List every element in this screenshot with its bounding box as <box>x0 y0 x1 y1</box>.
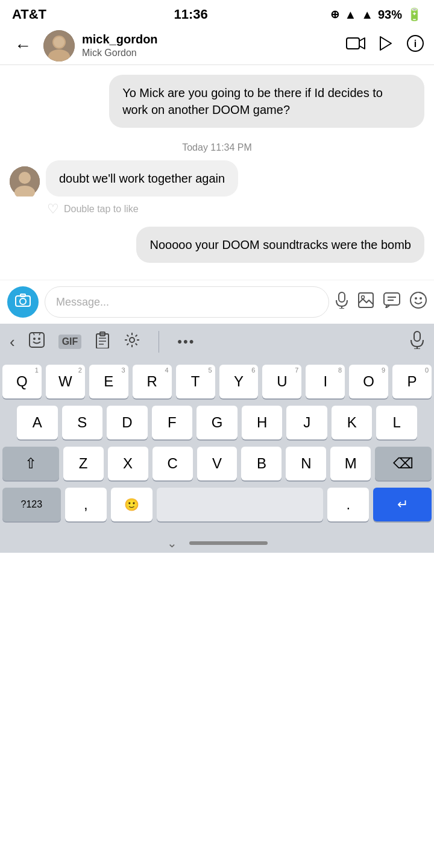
keyboard-row-4: ?123 , 🙂 . ↵ <box>2 488 432 521</box>
key-shift[interactable]: ⇧ <box>2 447 59 480</box>
user-info: mick_gordon Mick Gordon <box>82 33 339 58</box>
nav-action-icons: i <box>346 34 424 57</box>
input-action-icons <box>335 292 427 312</box>
svg-text:i: i <box>414 39 417 49</box>
toolbar-divider <box>159 331 159 353</box>
message-placeholder: Message... <box>56 296 318 309</box>
message-input-wrap[interactable]: Message... <box>45 286 329 318</box>
key-l[interactable]: L <box>376 406 417 439</box>
key-space[interactable] <box>157 488 323 521</box>
sticker-icon[interactable] <box>410 292 427 312</box>
camera-icon <box>15 294 31 310</box>
key-c[interactable]: C <box>153 447 193 480</box>
toolbar-settings-icon[interactable] <box>124 332 140 353</box>
key-o[interactable]: 9O <box>349 365 388 398</box>
toolbar-emoji-icon[interactable] <box>28 332 45 353</box>
camera-button[interactable] <box>7 286 39 318</box>
key-w[interactable]: 2W <box>46 365 85 398</box>
nav-bar: ← mick_gordon Mick Gordon <box>0 27 434 65</box>
keyboard-hide-icon[interactable]: ⌄ <box>167 536 177 550</box>
key-r[interactable]: 4R <box>133 365 172 398</box>
battery-icon: 🔋 <box>407 7 422 22</box>
keyboard: 1Q 2W 3E 4R 5T 6Y 7U 8I 9O 0P A S D F G … <box>0 360 434 531</box>
wifi-icon: ▲ <box>344 8 356 22</box>
sent-message-wrap: Yo Mick are you going to be there if Id … <box>10 75 424 128</box>
mic-input-icon[interactable] <box>335 292 348 312</box>
like-hint[interactable]: ♡ Double tap to like <box>47 201 424 217</box>
toolbar-back-icon[interactable]: ‹ <box>10 333 15 351</box>
key-s[interactable]: S <box>62 406 103 439</box>
key-b[interactable]: B <box>241 447 281 480</box>
toolbar-left-icons: ‹ GIF <box>10 331 410 353</box>
key-g[interactable]: G <box>197 406 237 439</box>
keyboard-toolbar: ‹ GIF <box>0 324 434 360</box>
svg-point-18 <box>362 296 365 299</box>
key-u[interactable]: 7U <box>262 365 301 398</box>
key-q[interactable]: 1Q <box>2 365 42 398</box>
key-n[interactable]: N <box>286 447 326 480</box>
toolbar-mic-icon[interactable] <box>410 331 424 353</box>
svg-point-27 <box>38 338 40 340</box>
received-message-wrap: doubt we'll work together again <box>10 160 424 197</box>
key-return[interactable]: ↵ <box>373 488 432 521</box>
svg-point-9 <box>19 172 31 184</box>
key-j[interactable]: J <box>286 406 327 439</box>
video-call-icon[interactable] <box>346 36 365 55</box>
reply-message-bubble: Nooooo your DOOM soundtracks were the bo… <box>136 227 424 263</box>
info-icon[interactable]: i <box>406 34 424 57</box>
chat-area: Yo Mick are you going to be there if Id … <box>0 65 434 280</box>
key-m[interactable]: M <box>330 447 371 480</box>
home-indicator <box>189 541 268 545</box>
status-bar: AT&T 11:36 ⊕ ▲ ▲ 93% 🔋 <box>0 0 434 27</box>
svg-point-26 <box>33 338 36 340</box>
battery-level: 93% <box>378 8 402 22</box>
key-e[interactable]: 3E <box>89 365 128 398</box>
key-y[interactable]: 6Y <box>219 365 259 398</box>
status-time: 11:36 <box>174 7 208 22</box>
toolbar-clipboard-icon[interactable] <box>95 332 110 353</box>
keyboard-row-3: ⇧ Z X C V B N M ⌫ <box>2 447 432 480</box>
sync-icon: ⊕ <box>330 8 339 21</box>
key-h[interactable]: H <box>242 406 283 439</box>
image-input-icon[interactable] <box>358 292 374 312</box>
back-button[interactable]: ← <box>10 34 36 58</box>
key-z[interactable]: Z <box>63 447 104 480</box>
key-period[interactable]: . <box>327 488 369 521</box>
key-i[interactable]: 8I <box>306 365 345 398</box>
key-k[interactable]: K <box>332 406 373 439</box>
input-bar: Message... <box>0 280 434 324</box>
key-a[interactable]: A <box>17 406 58 439</box>
toolbar-more-icon[interactable]: ••• <box>177 334 195 350</box>
chat-bubble-icon[interactable] <box>383 292 400 312</box>
keyboard-row-2: A S D F G H J K L <box>2 406 432 439</box>
username: mick_gordon <box>82 33 339 46</box>
message-timestamp: Today 11:34 PM <box>10 142 424 153</box>
like-hint-text: Double tap to like <box>64 204 139 215</box>
heart-icon: ♡ <box>47 201 59 217</box>
carrier-time: AT&T <box>12 7 46 22</box>
key-p[interactable]: 0P <box>392 365 432 398</box>
status-icons: ⊕ ▲ ▲ 93% 🔋 <box>330 7 422 22</box>
bottom-bar: ⌄ <box>0 531 434 553</box>
key-backspace[interactable]: ⌫ <box>375 447 432 480</box>
svg-rect-19 <box>384 293 400 305</box>
key-comma[interactable]: , <box>65 488 107 521</box>
svg-point-3 <box>54 37 64 48</box>
key-f[interactable]: F <box>152 406 193 439</box>
key-emoji[interactable]: 🙂 <box>111 488 153 521</box>
contact-avatar[interactable] <box>43 30 75 61</box>
reply-message-wrap: Nooooo your DOOM soundtracks were the bo… <box>10 227 424 263</box>
svg-rect-25 <box>30 333 44 347</box>
key-number-switch[interactable]: ?123 <box>2 488 61 521</box>
received-message-bubble: doubt we'll work together again <box>46 160 238 197</box>
flag-icon[interactable] <box>377 35 394 56</box>
key-x[interactable]: X <box>108 447 148 480</box>
svg-point-23 <box>415 297 417 300</box>
signal-icon: ▲ <box>361 8 373 22</box>
key-t[interactable]: 5T <box>176 365 215 398</box>
gif-button[interactable]: GIF <box>58 335 82 349</box>
svg-rect-14 <box>339 292 345 302</box>
keyboard-row-1: 1Q 2W 3E 4R 5T 6Y 7U 8I 9O 0P <box>2 365 432 398</box>
key-d[interactable]: D <box>107 406 148 439</box>
key-v[interactable]: V <box>197 447 237 480</box>
